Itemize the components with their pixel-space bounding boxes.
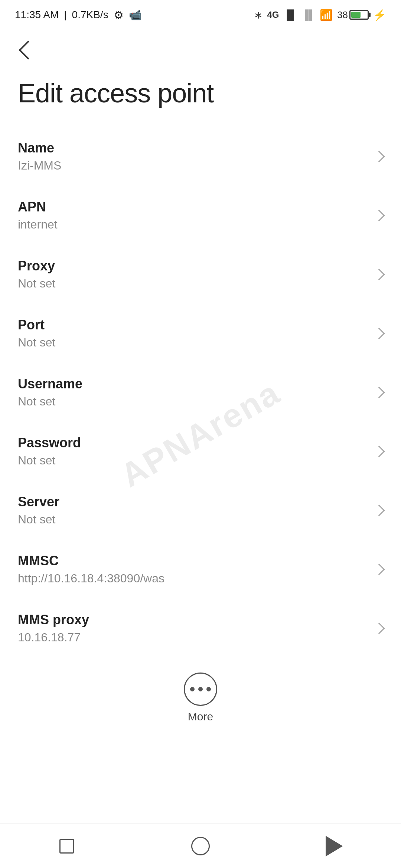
back-icon bbox=[326, 836, 343, 857]
chevron-right-icon-port bbox=[373, 328, 385, 339]
status-bar: 11:35 AM | 0.7KB/s ⚙ 📹 ∗ 4G ▐▌ ▐▌ 📶 38 ⚡ bbox=[0, 0, 401, 30]
network-speed: 0.7KB/s bbox=[72, 9, 108, 21]
chevron-right-icon-mmsc bbox=[373, 563, 385, 575]
page-title: Edit access point bbox=[18, 78, 383, 108]
nav-back-button[interactable] bbox=[319, 831, 349, 861]
nav-home-button[interactable] bbox=[186, 831, 215, 861]
bluetooth-icon: ∗ bbox=[254, 9, 263, 21]
time: 11:35 AM bbox=[15, 9, 59, 21]
bottom-nav bbox=[0, 823, 401, 868]
settings-item-apn[interactable]: APNinternet bbox=[0, 186, 401, 245]
chevron-right-icon-server bbox=[373, 504, 385, 516]
settings-value-name: Izi-MMS bbox=[18, 159, 61, 172]
settings-label-name: Name bbox=[18, 140, 61, 156]
settings-item-content-mms-proxy: MMS proxy10.16.18.77 bbox=[18, 612, 89, 644]
chevron-right-icon-password bbox=[373, 445, 385, 457]
back-button[interactable] bbox=[13, 37, 39, 63]
settings-item-content-server: ServerNot set bbox=[18, 494, 59, 526]
settings-item-content-username: UsernameNot set bbox=[18, 376, 82, 408]
settings-label-password: Password bbox=[18, 435, 81, 451]
more-dots-icon bbox=[190, 687, 211, 691]
more-section: More bbox=[0, 658, 401, 734]
settings-label-proxy: Proxy bbox=[18, 258, 55, 274]
settings-item-content-apn: APNinternet bbox=[18, 199, 58, 231]
settings-item-content-mmsc: MMSChttp://10.16.18.4:38090/was bbox=[18, 553, 164, 585]
settings-item-username[interactable]: UsernameNot set bbox=[0, 363, 401, 422]
settings-item-name[interactable]: NameIzi-MMS bbox=[0, 127, 401, 186]
settings-item-content-proxy: ProxyNot set bbox=[18, 258, 55, 290]
settings-value-server: Not set bbox=[18, 513, 59, 526]
page-title-section: Edit access point bbox=[0, 70, 401, 127]
settings-label-mmsc: MMSC bbox=[18, 553, 164, 569]
signal-bars2-icon: ▐▌ bbox=[301, 9, 315, 21]
settings-label-server: Server bbox=[18, 494, 59, 510]
back-arrow-icon bbox=[19, 41, 38, 60]
nav-recent-apps-button[interactable] bbox=[52, 831, 82, 861]
more-label: More bbox=[188, 710, 213, 723]
signal-bars-icon: ▐▌ bbox=[283, 9, 297, 21]
settings-icon: ⚙ bbox=[114, 9, 124, 22]
chevron-right-icon-username bbox=[373, 387, 385, 398]
signal-4g-icon: 4G bbox=[267, 10, 279, 20]
top-nav bbox=[0, 30, 401, 70]
settings-item-server[interactable]: ServerNot set bbox=[0, 481, 401, 540]
charging-icon: ⚡ bbox=[373, 9, 386, 21]
settings-item-password[interactable]: PasswordNot set bbox=[0, 422, 401, 481]
status-left: 11:35 AM | 0.7KB/s ⚙ 📹 bbox=[15, 9, 142, 22]
settings-value-port: Not set bbox=[18, 336, 55, 349]
settings-item-mms-proxy[interactable]: MMS proxy10.16.18.77 bbox=[0, 599, 401, 658]
home-icon bbox=[191, 837, 210, 855]
camera-icon: 📹 bbox=[129, 9, 142, 21]
wifi-icon: 📶 bbox=[320, 9, 333, 21]
chevron-right-icon-proxy bbox=[373, 269, 385, 280]
chevron-right-icon-mms-proxy bbox=[373, 622, 385, 634]
settings-item-content-port: PortNot set bbox=[18, 317, 55, 349]
more-button[interactable] bbox=[184, 673, 217, 706]
settings-value-mmsc: http://10.16.18.4:38090/was bbox=[18, 572, 164, 585]
settings-label-port: Port bbox=[18, 317, 55, 333]
settings-value-apn: internet bbox=[18, 218, 58, 231]
settings-item-proxy[interactable]: ProxyNot set bbox=[0, 245, 401, 304]
settings-value-username: Not set bbox=[18, 395, 82, 408]
settings-item-content-password: PasswordNot set bbox=[18, 435, 81, 467]
chevron-right-icon-name bbox=[373, 151, 385, 162]
separator: | bbox=[64, 9, 66, 21]
settings-value-password: Not set bbox=[18, 454, 81, 467]
chevron-right-icon-apn bbox=[373, 210, 385, 221]
settings-value-mms-proxy: 10.16.18.77 bbox=[18, 631, 89, 644]
status-right: ∗ 4G ▐▌ ▐▌ 📶 38 ⚡ bbox=[254, 9, 386, 21]
settings-item-port[interactable]: PortNot set bbox=[0, 304, 401, 363]
settings-list: NameIzi-MMSAPNinternetProxyNot setPortNo… bbox=[0, 127, 401, 658]
settings-item-mmsc[interactable]: MMSChttp://10.16.18.4:38090/was bbox=[0, 540, 401, 599]
battery-indicator: 38 bbox=[337, 9, 369, 21]
settings-label-apn: APN bbox=[18, 199, 58, 215]
recent-apps-icon bbox=[59, 839, 74, 854]
settings-label-mms-proxy: MMS proxy bbox=[18, 612, 89, 628]
settings-value-proxy: Not set bbox=[18, 277, 55, 290]
settings-label-username: Username bbox=[18, 376, 82, 392]
settings-item-content-name: NameIzi-MMS bbox=[18, 140, 61, 172]
